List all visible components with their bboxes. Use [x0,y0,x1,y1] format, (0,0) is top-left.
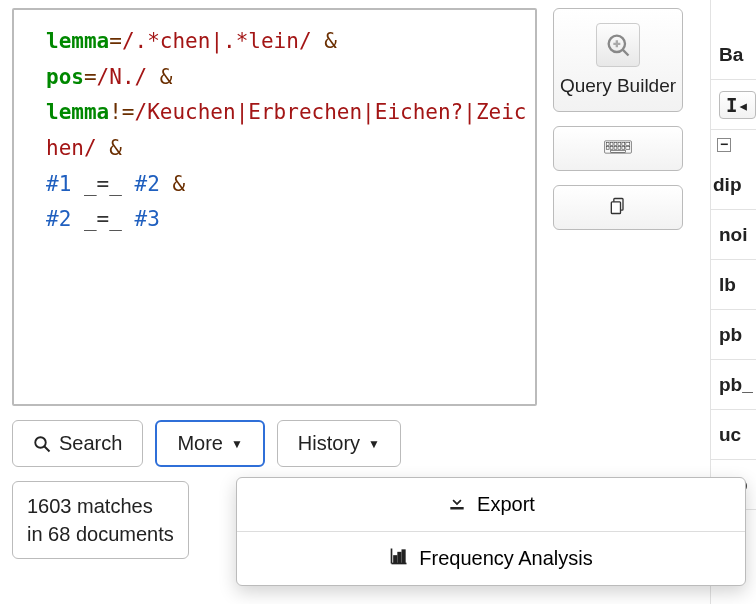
right-strip-row[interactable]: pb_ [711,360,756,410]
collapse-icon[interactable]: − [717,138,731,152]
svg-rect-10 [626,143,630,146]
more-button[interactable]: More ▼ [155,420,264,467]
svg-rect-25 [403,550,406,563]
frequency-label: Frequency Analysis [419,547,592,570]
caret-down-icon: ▼ [368,437,380,451]
svg-rect-11 [606,146,609,149]
query-builder-button[interactable]: Query Builder [553,8,683,112]
svg-rect-8 [618,143,621,146]
right-strip-row[interactable]: pb [711,310,756,360]
keyboard-icon [604,137,632,160]
search-label: Search [59,432,122,455]
frequency-analysis-item[interactable]: Frequency Analysis [237,532,745,585]
svg-rect-5 [606,143,609,146]
svg-rect-24 [398,553,401,563]
right-strip-row[interactable]: uc [711,410,756,460]
caret-down-icon: ▼ [231,437,243,451]
right-strip-row[interactable]: noi [711,210,756,260]
svg-line-3 [623,50,629,56]
svg-rect-16 [626,146,630,149]
history-button[interactable]: History ▼ [277,420,401,467]
svg-line-1 [44,446,49,451]
svg-rect-7 [614,143,617,146]
copy-button[interactable] [553,185,683,230]
download-icon [447,492,467,517]
results-summary: 1603 matches in 68 documents [12,481,189,559]
svg-rect-17 [611,150,626,152]
query-editor[interactable]: lemma=/.*chen|.*lein/ &pos=/N./ &lemma!=… [12,8,537,406]
svg-rect-6 [610,143,613,146]
wrench-icon [596,23,640,67]
svg-rect-13 [614,146,617,149]
more-label: More [177,432,223,455]
search-button[interactable]: Search [12,420,143,467]
right-strip-row[interactable]: lb [711,260,756,310]
svg-rect-14 [618,146,621,149]
svg-point-0 [35,437,46,448]
export-item[interactable]: Export [237,478,745,532]
history-label: History [298,432,360,455]
query-builder-label: Query Builder [560,75,676,97]
right-strip-row[interactable]: dip [711,160,756,210]
copy-icon [604,196,632,219]
documents-count: in 68 documents [27,520,174,548]
svg-rect-12 [610,146,613,149]
right-strip-row[interactable]: Ba [711,30,756,80]
svg-rect-20 [450,507,463,510]
matches-count: 1603 matches [27,492,174,520]
more-dropdown: Export Frequency Analysis [236,477,746,586]
right-strip-row[interactable]: I◂ [711,80,756,130]
barchart-icon [389,546,409,571]
search-icon [33,435,51,453]
svg-rect-19 [611,202,620,214]
skip-start-icon: I◂ [719,91,756,119]
virtual-keyboard-button[interactable] [553,126,683,171]
svg-rect-23 [394,556,397,563]
export-label: Export [477,493,535,516]
svg-rect-9 [622,143,625,146]
svg-rect-15 [622,146,625,149]
